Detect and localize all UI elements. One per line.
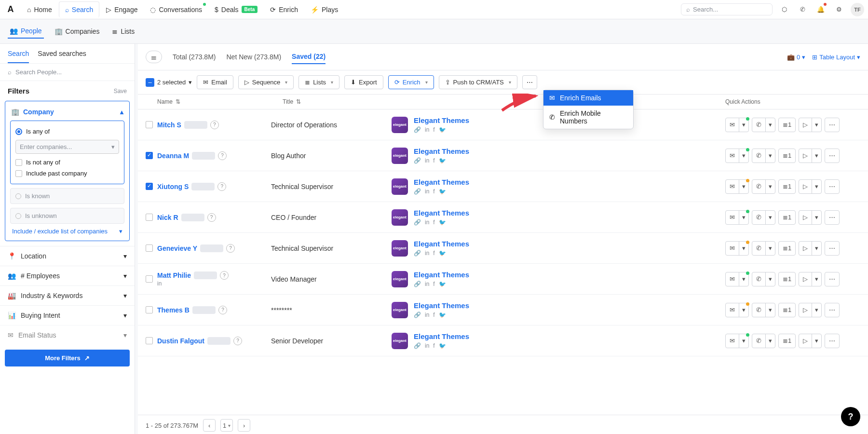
qa-sequence-button[interactable]: ≣ 1 (778, 334, 796, 348)
chevron-up-icon[interactable]: ▴ (120, 108, 123, 116)
qa-email-button[interactable]: ✉ ▾ (725, 179, 749, 194)
people-search-input[interactable]: ⌕ Search People... (0, 63, 135, 81)
help-button[interactable]: ? (841, 407, 860, 426)
twitter-icon[interactable]: 🐦 (439, 219, 446, 226)
qa-email-button[interactable]: ✉ ▾ (725, 210, 749, 225)
qa-more-button[interactable]: ⋯ (825, 272, 840, 286)
qa-sequence-button[interactable]: ≣ 1 (778, 241, 796, 256)
info-icon[interactable]: ? (217, 182, 226, 191)
person-name-link[interactable]: Xiutong S (157, 183, 189, 190)
info-icon[interactable]: ? (218, 306, 227, 314)
qa-send-button[interactable]: ▷ ▾ (799, 179, 822, 194)
select-all-checkbox[interactable]: – 2 selected ▾ (146, 78, 192, 87)
subnav-lists[interactable]: ≣ Lists (110, 25, 136, 38)
push-crm-button[interactable]: ⇪Push to CRM/ATS (439, 75, 517, 89)
linkedin-icon[interactable]: in (425, 250, 429, 257)
nav-engage[interactable]: ▷ Engage (100, 2, 143, 17)
facebook-icon[interactable]: f (433, 342, 434, 349)
radio-is-any-of[interactable]: Is any of (15, 126, 119, 137)
qa-send-button[interactable]: ▷ ▾ (799, 149, 822, 163)
row-checkbox[interactable] (146, 152, 153, 159)
pager-page[interactable]: 1 (220, 419, 233, 432)
enter-companies-input[interactable]: Enter companies... ▾ (15, 140, 119, 154)
extension-icon[interactable]: ⬡ (777, 3, 791, 16)
linkedin-icon[interactable]: in (157, 280, 162, 287)
linkedin-icon[interactable]: in (425, 126, 429, 133)
side-tab-search[interactable]: Search (8, 50, 29, 63)
qa-more-button[interactable]: ⋯ (825, 210, 840, 225)
qa-email-button[interactable]: ✉ ▾ (725, 334, 749, 348)
tab-net-new[interactable]: Net New (273.8M) (226, 50, 281, 64)
person-name-link[interactable]: Genevieve Y (157, 244, 197, 252)
qa-email-button[interactable]: ✉ ▾ (725, 272, 749, 286)
qa-sequence-button[interactable]: ≣ 1 (778, 118, 796, 132)
link-icon[interactable]: 🔗 (414, 157, 421, 164)
info-icon[interactable]: ? (233, 337, 242, 345)
linkedin-icon[interactable]: in (425, 342, 429, 349)
linkedin-icon[interactable]: in (425, 312, 429, 318)
radio-is-known[interactable]: Is known (10, 188, 124, 204)
filter-location[interactable]: 📍Location ▾ (0, 246, 135, 266)
person-name-link[interactable]: Deanna M (157, 152, 189, 160)
qa-phone-button[interactable]: ✆ ▾ (752, 210, 775, 225)
link-icon[interactable]: 🔗 (414, 312, 421, 318)
row-checkbox[interactable] (146, 244, 153, 252)
info-icon[interactable]: ? (226, 244, 235, 253)
qa-more-button[interactable]: ⋯ (825, 118, 840, 132)
bell-icon[interactable]: 🔔 (814, 3, 827, 16)
more-filters-button[interactable]: More Filters ↗ (5, 350, 130, 366)
gear-icon[interactable]: ⚙ (832, 3, 846, 16)
nav-conversations[interactable]: ◌ Conversations (144, 2, 208, 17)
facebook-icon[interactable]: f (433, 312, 434, 318)
qa-more-button[interactable]: ⋯ (825, 334, 840, 348)
qa-email-button[interactable]: ✉ ▾ (725, 149, 749, 163)
filter-toggle-button[interactable]: ⚌ (146, 51, 162, 63)
twitter-icon[interactable]: 🐦 (439, 250, 446, 257)
qa-send-button[interactable]: ▷ ▾ (799, 334, 822, 348)
sequence-button[interactable]: ▷Sequence (238, 75, 294, 89)
check-is-not-any[interactable]: Is not any of (15, 157, 119, 168)
link-icon[interactable]: 🔗 (414, 281, 421, 287)
qa-phone-button[interactable]: ✆ ▾ (752, 118, 775, 132)
company-name-link[interactable]: Elegant Themes (414, 178, 469, 186)
radio-is-unknown[interactable]: Is unknown (10, 208, 124, 224)
save-filters-button[interactable]: Save (114, 88, 127, 95)
enrich-emails-option[interactable]: ✉ Enrich Emails (543, 90, 633, 106)
company-name-link[interactable]: Elegant Themes (414, 116, 469, 124)
nav-home[interactable]: ⌂ Home (21, 2, 58, 17)
link-icon[interactable]: 🔗 (414, 188, 421, 195)
qa-send-button[interactable]: ▷ ▾ (799, 118, 822, 132)
nav-plays[interactable]: ⚡ Plays (305, 2, 344, 17)
global-search[interactable]: ⌕ Search... (681, 3, 773, 15)
subnav-people[interactable]: 👥 People (8, 24, 44, 39)
company-name-link[interactable]: Elegant Themes (414, 271, 469, 279)
link-icon[interactable]: 🔗 (414, 342, 421, 349)
qa-more-button[interactable]: ⋯ (825, 149, 840, 163)
person-name-link[interactable]: Themes B (157, 306, 190, 314)
enrich-button[interactable]: ⟳Enrich (388, 75, 434, 89)
row-checkbox[interactable] (146, 275, 153, 283)
avatar[interactable]: TF (851, 3, 864, 16)
linkedin-icon[interactable]: in (425, 219, 429, 226)
link-icon[interactable]: 🔗 (414, 250, 421, 257)
app-logo[interactable]: A (4, 3, 17, 16)
linkedin-icon[interactable]: in (425, 281, 429, 287)
facebook-icon[interactable]: f (433, 157, 434, 164)
company-name-link[interactable]: Elegant Themes (414, 209, 469, 217)
email-button[interactable]: ✉Email (197, 75, 233, 89)
export-button[interactable]: ⬇Export (344, 75, 383, 89)
check-include-past[interactable]: Include past company (15, 168, 119, 179)
qa-send-button[interactable]: ▷ ▾ (799, 210, 822, 225)
side-tab-saved[interactable]: Saved searches (38, 50, 86, 63)
filter-industry[interactable]: 🏭Industry & Keywords ▾ (0, 285, 135, 305)
linkedin-icon[interactable]: in (425, 188, 429, 195)
qa-sequence-button[interactable]: ≣ 1 (778, 149, 796, 163)
row-checkbox[interactable] (146, 214, 153, 221)
qa-more-button[interactable]: ⋯ (825, 241, 840, 256)
row-checkbox[interactable] (146, 183, 153, 190)
facebook-icon[interactable]: f (433, 281, 434, 287)
row-checkbox[interactable] (146, 121, 153, 128)
qa-email-button[interactable]: ✉ ▾ (725, 303, 749, 317)
row-checkbox[interactable] (146, 306, 153, 313)
qa-send-button[interactable]: ▷ ▾ (799, 272, 822, 286)
